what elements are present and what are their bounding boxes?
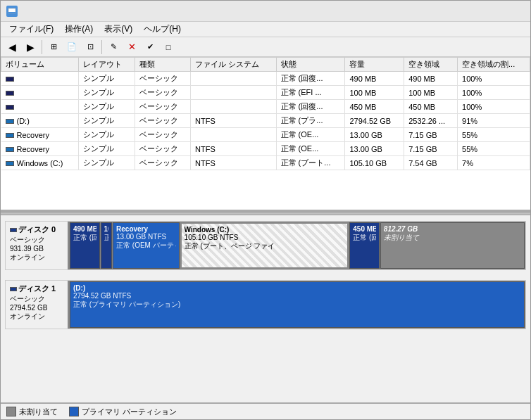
table-row[interactable]: (D:) シンプル ベーシック NTFS 正常 (プラ... 2794.52 G… [1, 114, 530, 128]
cell-pct: 7% [458, 156, 530, 170]
partition[interactable]: (D:) 2794.52 GB NTFS 正常 (プライマリ パーティション) [70, 281, 525, 328]
main-window: ファイル(F) 操作(A) 表示(V) ヘルプ(H) ◀ ▶ ⊞ 📄 ⊡ ✎ ✕… [0, 0, 531, 420]
cell-type: ベーシック [135, 72, 190, 86]
title-bar [1, 1, 530, 22]
cell-status: 正常 (回復... [276, 100, 345, 114]
cell-volume: Windows (C:) [1, 156, 79, 170]
table-row[interactable]: シンプル ベーシック 正常 (回復... 490 MB 490 MB 100% [1, 72, 530, 86]
col-type: 種類 [135, 58, 190, 72]
cell-type: ベーシック [135, 156, 190, 170]
toolbar: ◀ ▶ ⊞ 📄 ⊡ ✎ ✕ ✔ □ [1, 37, 530, 57]
toolbar-btn-8[interactable]: ✔ [142, 39, 158, 55]
partition[interactable]: 490 MB 正常 (回復 [70, 222, 100, 269]
cell-type: ベーシック [135, 128, 190, 142]
cell-fs: NTFS [191, 114, 276, 128]
menu-help[interactable]: ヘルプ(H) [138, 22, 187, 37]
volume-table: ボリューム レイアウト 種類 ファイル システム 状態 容量 空き領域 空き領域… [1, 57, 530, 170]
menu-file[interactable]: ファイル(F) [4, 22, 59, 37]
menu-bar: ファイル(F) 操作(A) 表示(V) ヘルプ(H) [1, 22, 530, 37]
cell-capacity: 100 MB [345, 86, 404, 100]
cell-layout: シンプル [79, 86, 135, 100]
partition-size: 105.10 GB NTFS [185, 234, 345, 241]
partition[interactable]: 812.27 GB 未割り当て [380, 222, 525, 269]
cell-capacity: 450 MB [345, 100, 404, 114]
partition-name: 100 ME [104, 225, 109, 233]
toolbar-btn-9[interactable]: □ [160, 39, 177, 55]
table-body: シンプル ベーシック 正常 (回復... 490 MB 490 MB 100% … [1, 72, 530, 170]
cell-layout: シンプル [79, 114, 135, 128]
partition-size: 2794.52 GB NTFS [73, 292, 521, 300]
disk-row: ディスク 1 ベーシック 2794.52 GB オンライン (D:) 2794.… [5, 280, 526, 329]
cell-pct: 55% [458, 128, 530, 142]
minimize-button[interactable] [425, 1, 457, 22]
cell-type: ベーシック [135, 100, 190, 114]
cell-free: 2532.26 ... [404, 114, 458, 128]
maximize-button[interactable] [458, 1, 491, 22]
partition[interactable]: 100 ME 正常 (EF [101, 222, 113, 269]
disk-graphical-area[interactable]: ディスク 0 ベーシック 931.39 GB オンライン 490 MB 正常 (… [1, 215, 530, 402]
cell-layout: シンプル [79, 72, 135, 86]
toolbar-btn-5[interactable]: ⊡ [82, 39, 99, 55]
disk-partitions: (D:) 2794.52 GB NTFS 正常 (プライマリ パーティション) [69, 281, 525, 329]
partition-status: 正常 (回復 [73, 233, 96, 243]
col-free: 空き領域 [404, 58, 458, 72]
table-row[interactable]: Recovery シンプル ベーシック NTFS 正常 (OE... 13.00… [1, 142, 530, 156]
partition[interactable]: 450 MB 正常 (回復 [349, 222, 380, 269]
partition[interactable]: Recovery 13.00 GB NTFS 正常 (OEM パーティ [113, 222, 180, 269]
cell-volume [1, 72, 79, 86]
legend-unalloc-label: 未割り当て [19, 407, 58, 417]
close-button[interactable] [492, 1, 525, 22]
table-row[interactable]: シンプル ベーシック 正常 (回復... 450 MB 450 MB 100% [1, 100, 530, 114]
cell-free: 490 MB [404, 72, 458, 86]
cell-capacity: 13.00 GB [345, 128, 404, 142]
cell-free: 450 MB [404, 100, 458, 114]
back-button[interactable]: ◀ [4, 39, 20, 55]
cell-status: 正常 (OE... [276, 128, 345, 142]
partition-name: 490 MB [73, 225, 96, 233]
cell-type: ベーシック [135, 114, 190, 128]
partition-name: Recovery [116, 225, 176, 233]
forward-button[interactable]: ▶ [22, 39, 39, 55]
toolbar-delete-btn[interactable]: ✕ [123, 39, 140, 55]
cell-pct: 55% [458, 142, 530, 156]
partition-name: (D:) [73, 284, 521, 292]
disk-size: 2794.52 GB [10, 304, 63, 312]
window-controls [425, 1, 525, 22]
col-capacity: 容量 [345, 58, 404, 72]
cell-fs: NTFS [191, 156, 276, 170]
table-header-row: ボリューム レイアウト 種類 ファイル システム 状態 容量 空き領域 空き領域… [1, 58, 530, 72]
toolbar-btn-3[interactable]: ⊞ [45, 39, 62, 55]
menu-view[interactable]: 表示(V) [99, 22, 138, 37]
volume-table-area[interactable]: ボリューム レイアウト 種類 ファイル システム 状態 容量 空き領域 空き領域… [1, 57, 530, 212]
app-icon [6, 6, 18, 17]
table-row[interactable]: Windows (C:) シンプル ベーシック NTFS 正常 (ブート... … [1, 156, 530, 170]
cell-free: 7.15 GB [404, 142, 458, 156]
cell-status: 正常 (プラ... [276, 114, 345, 128]
toolbar-btn-6[interactable]: ✎ [105, 39, 122, 55]
col-layout: レイアウト [79, 58, 135, 72]
cell-layout: シンプル [79, 128, 135, 142]
cell-fs: NTFS [191, 142, 276, 156]
cell-type: ベーシック [135, 86, 190, 100]
separator-1 [42, 40, 42, 54]
disk-info: ディスク 0 ベーシック 931.39 GB オンライン [6, 222, 69, 269]
partition-status: 正常 (ブート、ページ ファイ [185, 241, 345, 251]
partition-name: 812.27 GB [384, 225, 521, 233]
disk-size: 931.39 GB [10, 245, 63, 253]
partition[interactable]: Windows (C:) 105.10 GB NTFS 正常 (ブート、ページ … [180, 222, 349, 269]
disk-row: ディスク 0 ベーシック 931.39 GB オンライン 490 MB 正常 (… [5, 221, 526, 270]
menu-action[interactable]: 操作(A) [59, 22, 99, 37]
cell-layout: シンプル [79, 156, 135, 170]
partition-status: 未割り当て [384, 233, 521, 243]
cell-volume: (D:) [1, 114, 79, 128]
legend-box-unalloc [6, 407, 16, 416]
cell-volume: Recovery [1, 142, 79, 156]
partition-status: 正常 (プライマリ パーティション) [73, 300, 521, 310]
table-row[interactable]: Recovery シンプル ベーシック 正常 (OE... 13.00 GB 7… [1, 128, 530, 142]
cell-capacity: 490 MB [345, 72, 404, 86]
table-row[interactable]: シンプル ベーシック 正常 (EFI ... 100 MB 100 MB 100… [1, 86, 530, 100]
cell-capacity: 2794.52 GB [345, 114, 404, 128]
toolbar-btn-4[interactable]: 📄 [63, 39, 80, 55]
partition-name: Windows (C:) [185, 226, 345, 234]
partition-name: 450 MB [353, 225, 376, 233]
